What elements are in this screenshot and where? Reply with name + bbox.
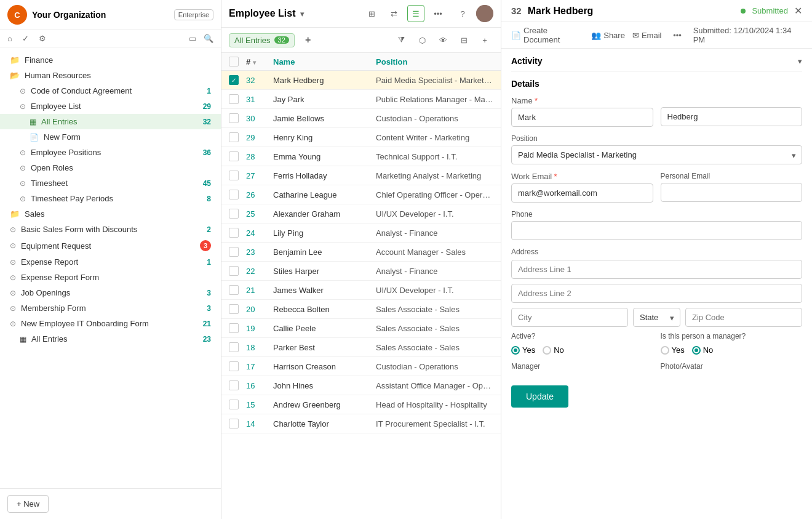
table-row[interactable]: 26 Catharine League Chief Operating Offi…	[221, 185, 501, 204]
avatar[interactable]	[476, 5, 493, 22]
checkbox[interactable]	[229, 151, 239, 161]
table-row[interactable]: 19 Callie Peele Sales Associate - Sales	[221, 319, 501, 338]
add-entry-icon[interactable]: +	[300, 31, 317, 49]
table-row[interactable]: 31 Jay Park Public Relations Manager - M…	[221, 90, 501, 109]
sidebar-item-finance[interactable]: 📁 Finance	[0, 52, 221, 68]
last-name-input[interactable]	[661, 107, 803, 126]
row-checkbox[interactable]	[229, 113, 241, 123]
sidebar-item-human-resources[interactable]: 📂 Human Resources	[0, 68, 221, 83]
city-input[interactable]	[511, 308, 628, 327]
check-icon[interactable]: ✓	[22, 34, 29, 43]
row-checkbox[interactable]	[229, 400, 241, 409]
sidebar-item-expense-report[interactable]: ⊙ Expense Report 1	[0, 254, 221, 270]
checkbox[interactable]	[229, 400, 239, 409]
table-row[interactable]: 20 Rebecca Bolten Sales Associate - Sale…	[221, 300, 501, 319]
share-icon[interactable]: ⇄	[385, 5, 402, 22]
table-row[interactable]: 29 Henry King Content Writer - Marketing	[221, 128, 501, 147]
email-action[interactable]: ✉ Email	[632, 31, 662, 40]
select-all-checkbox[interactable]	[229, 57, 241, 66]
more-icon[interactable]: •••	[429, 5, 447, 22]
table-row[interactable]: 15 Andrew Greenberg Head of Hospitality …	[221, 395, 501, 414]
sidebar-item-job-openings[interactable]: ⊙ Job Openings 3	[0, 285, 221, 300]
sidebar-item-new-form[interactable]: 📄 New Form	[0, 129, 221, 145]
checkbox[interactable]	[229, 113, 239, 123]
address-line2-input[interactable]	[511, 284, 802, 303]
table-row[interactable]: ✓ 32 Mark Hedberg Paid Media Specialist …	[221, 71, 501, 90]
checkbox[interactable]	[229, 342, 239, 352]
sidebar-item-membership-form[interactable]: ⊙ Membership Form 3	[0, 300, 221, 316]
sidebar-item-timesheet-pay-periods[interactable]: ⊙ Timesheet Pay Periods 8	[0, 191, 221, 206]
checkbox[interactable]	[229, 266, 239, 276]
phone-input[interactable]	[511, 221, 802, 240]
checkbox[interactable]	[229, 228, 239, 238]
row-checkbox[interactable]: ✓	[229, 75, 241, 85]
table-row[interactable]: 16 John Hines Assistant Office Manager -…	[221, 376, 501, 395]
manager-yes-radio[interactable]: Yes	[661, 345, 685, 355]
new-button[interactable]: + New	[7, 495, 49, 513]
update-button[interactable]: Update	[511, 385, 568, 408]
checkbox[interactable]	[229, 380, 239, 390]
sidebar-item-open-roles[interactable]: ⊙ Open Roles	[0, 160, 221, 175]
sidebar-item-all-entries-2[interactable]: ▦ All Entries 23	[0, 331, 221, 347]
window-icon[interactable]: ▭	[189, 34, 196, 43]
sidebar-item-basic-sales[interactable]: ⊙ Basic Sales Form with Discounts 2	[0, 222, 221, 237]
grid-icon[interactable]: ⊞	[363, 5, 380, 22]
row-checkbox[interactable]	[229, 247, 241, 257]
more-actions-icon[interactable]: •••	[669, 26, 685, 44]
add-col-icon[interactable]: +	[476, 31, 493, 49]
row-checkbox[interactable]	[229, 285, 241, 295]
row-checkbox[interactable]	[229, 151, 241, 161]
home-icon[interactable]: ⌂	[7, 34, 12, 43]
row-checkbox[interactable]	[229, 209, 241, 219]
sidebar-item-employee-positions[interactable]: ⊙ Employee Positions 36	[0, 145, 221, 160]
row-checkbox[interactable]	[229, 419, 241, 428]
activity-chevron-icon[interactable]: ▾	[798, 57, 802, 66]
sidebar-item-code-of-conduct[interactable]: ⊙ Code of Conduct Agreement 1	[0, 83, 221, 99]
col-header-name[interactable]: Name	[273, 57, 371, 66]
row-checkbox[interactable]	[229, 266, 241, 276]
checkbox[interactable]	[229, 94, 239, 104]
share-action[interactable]: 👥 Share	[591, 31, 625, 40]
sidebar-item-sales[interactable]: 📁 Sales	[0, 206, 221, 222]
row-checkbox[interactable]	[229, 171, 241, 180]
state-select[interactable]: State ALAKAZCACO FLNYTX	[633, 308, 680, 327]
row-checkbox[interactable]	[229, 228, 241, 238]
table-row[interactable]: 25 Alexander Graham UI/UX Developer - I.…	[221, 204, 501, 223]
hide-icon[interactable]: 👁	[434, 31, 452, 49]
active-no-radio[interactable]: No	[543, 345, 564, 355]
row-checkbox[interactable]	[229, 304, 241, 314]
table-row[interactable]: 18 Parker Best Sales Associate - Sales	[221, 338, 501, 357]
create-document-action[interactable]: 📄 Create Document	[511, 26, 584, 44]
row-checkbox[interactable]	[229, 94, 241, 104]
list-view-icon[interactable]: ☰	[407, 5, 424, 22]
checkbox[interactable]: ✓	[229, 75, 239, 85]
row-checkbox[interactable]	[229, 380, 241, 390]
table-row[interactable]: 14 Charlotte Taylor IT Procurement Speci…	[221, 414, 501, 433]
sidebar-item-new-employee-it[interactable]: ⊙ New Employee IT Onboarding Form 21	[0, 316, 221, 331]
table-row[interactable]: 22 Stiles Harper Analyst - Finance	[221, 262, 501, 281]
table-row[interactable]: 30 Jamie Bellows Custodian - Operations	[221, 109, 501, 128]
checkbox[interactable]	[229, 361, 239, 371]
checkbox[interactable]	[229, 209, 239, 219]
filter-icon[interactable]: ⧩	[392, 31, 410, 49]
personal-email-input[interactable]	[661, 183, 803, 202]
address-line1-input[interactable]	[511, 260, 802, 279]
sidebar-item-all-entries[interactable]: ▦ All Entries 32	[0, 114, 221, 129]
row-checkbox[interactable]	[229, 132, 241, 142]
row-checkbox[interactable]	[229, 323, 241, 333]
row-checkbox[interactable]	[229, 342, 241, 352]
chevron-down-icon[interactable]: ▾	[300, 9, 304, 18]
all-entries-button[interactable]: All Entries 32	[229, 33, 295, 47]
header-checkbox[interactable]	[229, 57, 239, 66]
table-row[interactable]: 24 Lily Ping Analyst - Finance	[221, 223, 501, 243]
table-row[interactable]: 27 Ferris Holladay Marketing Analyst - M…	[221, 166, 501, 185]
row-checkbox[interactable]	[229, 361, 241, 371]
sort-icon[interactable]: ⬡	[413, 31, 431, 49]
checkbox[interactable]	[229, 419, 239, 428]
help-icon[interactable]: ?	[454, 5, 471, 22]
sidebar-item-timesheet[interactable]: ⊙ Timesheet 45	[0, 175, 221, 191]
checkbox[interactable]	[229, 247, 239, 257]
sidebar-item-employee-list[interactable]: ⊙ Employee List 29	[0, 99, 221, 114]
table-row[interactable]: 28 Emma Young Technical Support - I.T.	[221, 147, 501, 166]
table-row[interactable]: 21 James Walker UI/UX Developer - I.T.	[221, 281, 501, 300]
